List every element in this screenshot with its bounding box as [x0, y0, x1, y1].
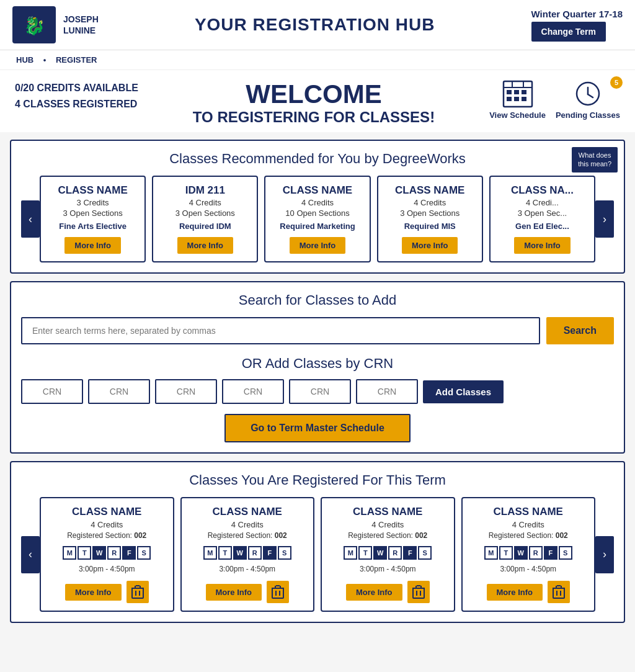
registered-section-label: Registered Section: 002: [208, 531, 287, 540]
class-card-credits: 4 Credits: [301, 198, 334, 207]
registered-class-name: CLASS NAME: [213, 506, 282, 518]
registered-title: Classes You Are Registered For This Term: [21, 472, 614, 488]
registered-class-credits: 4 Credits: [371, 520, 404, 529]
day-box: M: [63, 546, 76, 560]
delete-class-button[interactable]: [127, 581, 149, 603]
what-does-button[interactable]: What doesthis mean?: [572, 147, 618, 172]
search-input[interactable]: [21, 317, 540, 344]
day-box: M: [203, 546, 217, 560]
registered-class-name: CLASS NAME: [72, 506, 141, 518]
card-actions: More Info: [487, 581, 571, 603]
registered-class-credits: 4 Credits: [91, 520, 123, 529]
more-info-button[interactable]: More Info: [206, 584, 262, 601]
day-box: F: [403, 546, 417, 560]
registered-class-card: CLASS NAME 4 Credits Registered Section:…: [40, 497, 174, 612]
search-button[interactable]: Search: [546, 317, 614, 344]
class-card-credits: 4 Credits: [189, 198, 221, 207]
more-info-button[interactable]: More Info: [402, 237, 458, 254]
pending-classes-button[interactable]: 5 Pending Classes: [556, 80, 620, 120]
carousel-prev-button[interactable]: ‹: [21, 200, 40, 238]
day-box: T: [78, 546, 91, 560]
classes-registered: 4 CLASSES REGISTERED: [15, 96, 138, 112]
svg-rect-22: [272, 588, 283, 598]
view-schedule-button[interactable]: View Schedule: [489, 80, 546, 120]
card-actions: More Info: [206, 581, 290, 603]
svg-rect-8: [522, 90, 526, 94]
crn-input[interactable]: [222, 379, 284, 404]
crn-input[interactable]: [356, 379, 418, 404]
more-info-button[interactable]: More Info: [65, 584, 122, 601]
delete-class-button[interactable]: [548, 581, 570, 603]
master-schedule-button[interactable]: Go to Term Master Schedule: [224, 414, 411, 442]
registered-class-card: CLASS NAME 4 Credits Registered Section:…: [180, 497, 315, 612]
class-card-type: Required Marketing: [280, 222, 355, 231]
registered-carousel: ‹ CLASS NAME 4 Credits Registered Sectio…: [21, 497, 614, 612]
day-box: S: [559, 546, 572, 560]
breadcrumb-hub[interactable]: HUB: [16, 55, 33, 65]
registered-class-credits: 4 Credits: [231, 520, 264, 529]
logo-icon: 🐉: [12, 6, 56, 43]
registered-class-name: CLASS NAME: [353, 506, 422, 518]
crn-input[interactable]: [21, 379, 83, 404]
recommended-section: What doesthis mean? Classes Recommended …: [10, 140, 625, 274]
header-icons: View Schedule 5 Pending Classes: [489, 80, 620, 120]
time-label: 3:00pm - 4:50pm: [500, 565, 556, 573]
card-actions: More Info: [346, 581, 430, 603]
search-section: Search for Classes to Add Search OR Add …: [10, 281, 625, 454]
crn-area: Add Classes: [21, 379, 614, 404]
class-card-sections: 3 Open Sec...: [518, 208, 567, 218]
breadcrumb-register[interactable]: REGISTER: [56, 55, 97, 65]
welcome-area: 0/20 CREDITS AVAILABLE 4 CLASSES REGISTE…: [0, 70, 635, 132]
delete-class-button[interactable]: [407, 581, 430, 603]
day-box: S: [278, 546, 291, 560]
delete-class-button[interactable]: [267, 581, 289, 603]
registered-class-card: CLASS NAME 4 Credits Registered Section:…: [461, 497, 596, 612]
day-box: W: [92, 546, 106, 560]
recommended-class-card: CLASS NAME 3 Credits 3 Open Sections Fin…: [40, 176, 146, 262]
crn-input[interactable]: [155, 379, 217, 404]
day-box: W: [514, 546, 528, 560]
search-title: Search for Classes to Add: [21, 292, 614, 308]
credits-available: 0/20 CREDITS AVAILABLE: [15, 80, 138, 96]
day-box: R: [388, 546, 402, 560]
class-card-credits: 4 Credits: [414, 198, 446, 207]
add-classes-button[interactable]: Add Classes: [423, 380, 504, 403]
day-box: W: [233, 546, 247, 560]
breadcrumb-separator: •: [43, 55, 47, 65]
registered-section: Classes You Are Registered For This Term…: [10, 461, 625, 623]
days-row: MTWRFS: [484, 546, 572, 560]
svg-rect-15: [132, 588, 143, 598]
recommended-title: Classes Recommended for You by DegreeWor…: [21, 151, 614, 167]
days-row: MTWRFS: [344, 546, 432, 560]
day-box: S: [418, 546, 432, 560]
term-info: Winter Quarter 17-18 Change Term: [531, 9, 623, 42]
reg-carousel-prev-button[interactable]: ‹: [21, 536, 40, 573]
day-box: F: [544, 546, 557, 560]
registered-section-label: Registered Section: 002: [67, 531, 146, 540]
credits-info: 0/20 CREDITS AVAILABLE 4 CLASSES REGISTE…: [15, 80, 138, 112]
days-row: MTWRFS: [203, 546, 291, 560]
svg-rect-36: [553, 588, 564, 598]
day-box: R: [529, 546, 543, 560]
registered-section-label: Registered Section: 002: [348, 531, 427, 540]
more-info-button[interactable]: More Info: [346, 584, 402, 601]
welcome-line1: WELCOME: [193, 80, 435, 109]
more-info-button[interactable]: More Info: [290, 237, 346, 254]
svg-rect-6: [507, 90, 512, 94]
day-box: R: [248, 546, 262, 560]
class-card-name: CLASS NAME: [283, 184, 352, 197]
view-schedule-label: View Schedule: [489, 110, 546, 120]
reg-carousel-next-button[interactable]: ›: [595, 536, 614, 573]
more-info-button[interactable]: More Info: [64, 237, 121, 254]
crn-input[interactable]: [88, 379, 150, 404]
change-term-button[interactable]: Change Term: [531, 22, 606, 42]
recommended-class-card: CLASS NAME 4 Credits 10 Open Sections Re…: [264, 176, 370, 262]
recommended-class-card: IDM 211 4 Credits 3 Open Sections Requir…: [152, 176, 258, 262]
more-info-button[interactable]: More Info: [514, 237, 571, 254]
class-card-name: CLASS NA...: [511, 184, 574, 197]
more-info-button[interactable]: More Info: [177, 237, 234, 254]
crn-input[interactable]: [289, 379, 351, 404]
carousel-next-button[interactable]: ›: [595, 200, 614, 238]
more-info-button[interactable]: More Info: [487, 584, 543, 601]
day-box: W: [373, 546, 387, 560]
